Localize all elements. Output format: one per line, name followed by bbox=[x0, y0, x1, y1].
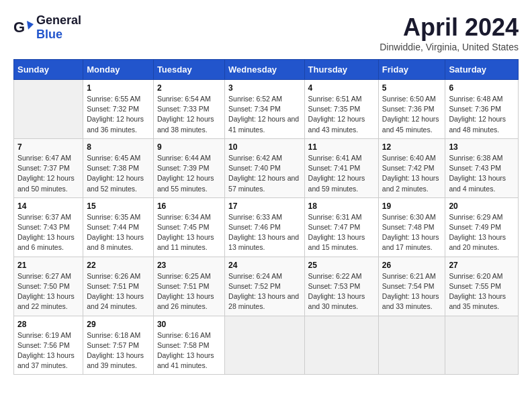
day-info: Sunrise: 6:45 AMSunset: 7:38 PMDaylight:… bbox=[87, 153, 150, 194]
day-info: Sunrise: 6:48 AMSunset: 7:36 PMDaylight:… bbox=[449, 94, 515, 135]
day-number: 12 bbox=[382, 142, 442, 152]
col-header-saturday: Saturday bbox=[445, 60, 519, 80]
svg-marker-1 bbox=[27, 21, 34, 30]
day-cell: 9 Sunrise: 6:44 AMSunset: 7:39 PMDayligh… bbox=[153, 138, 224, 197]
day-number: 1 bbox=[87, 83, 150, 93]
logo-blue: Blue bbox=[36, 28, 62, 41]
day-info: Sunrise: 6:35 AMSunset: 7:44 PMDaylight:… bbox=[87, 212, 150, 253]
day-cell: 24 Sunrise: 6:24 AMSunset: 7:52 PMDaylig… bbox=[225, 257, 304, 316]
day-info: Sunrise: 6:47 AMSunset: 7:37 PMDaylight:… bbox=[17, 153, 79, 194]
day-cell: 14 Sunrise: 6:37 AMSunset: 7:43 PMDaylig… bbox=[14, 197, 83, 257]
day-cell: 18 Sunrise: 6:31 AMSunset: 7:47 PMDaylig… bbox=[304, 197, 378, 257]
day-cell: 8 Sunrise: 6:45 AMSunset: 7:38 PMDayligh… bbox=[83, 138, 154, 197]
week-row-0: 1 Sunrise: 6:55 AMSunset: 7:32 PMDayligh… bbox=[14, 80, 519, 139]
day-number: 8 bbox=[87, 142, 150, 152]
day-cell: 2 Sunrise: 6:54 AMSunset: 7:33 PMDayligh… bbox=[153, 80, 224, 139]
day-info: Sunrise: 6:21 AMSunset: 7:54 PMDaylight:… bbox=[382, 271, 442, 312]
day-cell bbox=[304, 316, 378, 375]
day-cell bbox=[14, 80, 83, 139]
day-number: 7 bbox=[17, 142, 79, 152]
day-info: Sunrise: 6:25 AMSunset: 7:51 PMDaylight:… bbox=[157, 271, 221, 312]
day-number: 26 bbox=[382, 261, 442, 270]
day-info: Sunrise: 6:20 AMSunset: 7:55 PMDaylight:… bbox=[449, 271, 515, 312]
day-info: Sunrise: 6:50 AMSunset: 7:36 PMDaylight:… bbox=[382, 94, 442, 135]
day-info: Sunrise: 6:22 AMSunset: 7:53 PMDaylight:… bbox=[308, 271, 375, 312]
day-cell: 10 Sunrise: 6:42 AMSunset: 7:40 PMDaylig… bbox=[225, 138, 304, 197]
day-info: Sunrise: 6:16 AMSunset: 7:58 PMDaylight:… bbox=[157, 330, 221, 371]
col-header-tuesday: Tuesday bbox=[153, 60, 224, 80]
day-cell: 28 Sunrise: 6:19 AMSunset: 7:56 PMDaylig… bbox=[14, 316, 83, 375]
day-number: 4 bbox=[308, 83, 375, 93]
logo-icon: G bbox=[13, 17, 34, 38]
day-info: Sunrise: 6:29 AMSunset: 7:49 PMDaylight:… bbox=[449, 212, 515, 253]
day-info: Sunrise: 6:24 AMSunset: 7:52 PMDaylight:… bbox=[228, 271, 300, 312]
col-header-sunday: Sunday bbox=[14, 60, 83, 80]
col-header-monday: Monday bbox=[83, 60, 154, 80]
day-info: Sunrise: 6:26 AMSunset: 7:51 PMDaylight:… bbox=[87, 271, 150, 312]
day-number: 13 bbox=[449, 142, 515, 152]
week-row-3: 21 Sunrise: 6:27 AMSunset: 7:50 PMDaylig… bbox=[14, 257, 519, 316]
day-info: Sunrise: 6:51 AMSunset: 7:35 PMDaylight:… bbox=[308, 94, 375, 135]
day-cell: 29 Sunrise: 6:18 AMSunset: 7:57 PMDaylig… bbox=[83, 316, 154, 375]
logo-general: General bbox=[36, 13, 81, 27]
day-number: 17 bbox=[228, 201, 300, 211]
day-cell: 20 Sunrise: 6:29 AMSunset: 7:49 PMDaylig… bbox=[445, 197, 519, 257]
day-number: 5 bbox=[382, 83, 442, 93]
day-number: 3 bbox=[228, 83, 300, 93]
header: G General Blue April 2024 Dinwiddie, Vir… bbox=[13, 13, 519, 52]
day-cell bbox=[378, 316, 445, 375]
day-number: 10 bbox=[228, 142, 300, 152]
day-info: Sunrise: 6:37 AMSunset: 7:43 PMDaylight:… bbox=[17, 212, 79, 253]
day-number: 14 bbox=[17, 201, 79, 211]
day-cell: 11 Sunrise: 6:41 AMSunset: 7:41 PMDaylig… bbox=[304, 138, 378, 197]
day-number: 11 bbox=[308, 142, 375, 152]
header-row: SundayMondayTuesdayWednesdayThursdayFrid… bbox=[14, 60, 519, 80]
calendar-table: SundayMondayTuesdayWednesdayThursdayFrid… bbox=[13, 59, 519, 375]
day-info: Sunrise: 6:44 AMSunset: 7:39 PMDaylight:… bbox=[157, 153, 221, 194]
day-number: 25 bbox=[308, 261, 375, 270]
col-header-thursday: Thursday bbox=[304, 60, 378, 80]
day-number: 15 bbox=[87, 201, 150, 211]
day-info: Sunrise: 6:40 AMSunset: 7:42 PMDaylight:… bbox=[382, 153, 442, 194]
day-number: 6 bbox=[449, 83, 515, 93]
day-cell: 15 Sunrise: 6:35 AMSunset: 7:44 PMDaylig… bbox=[83, 197, 154, 257]
day-info: Sunrise: 6:19 AMSunset: 7:56 PMDaylight:… bbox=[17, 330, 79, 371]
day-number: 18 bbox=[308, 201, 375, 211]
col-header-wednesday: Wednesday bbox=[225, 60, 304, 80]
day-number: 2 bbox=[157, 83, 221, 93]
day-number: 16 bbox=[157, 201, 221, 211]
day-number: 24 bbox=[228, 261, 300, 270]
day-cell: 22 Sunrise: 6:26 AMSunset: 7:51 PMDaylig… bbox=[83, 257, 154, 316]
day-cell: 6 Sunrise: 6:48 AMSunset: 7:36 PMDayligh… bbox=[445, 80, 519, 139]
day-cell: 30 Sunrise: 6:16 AMSunset: 7:58 PMDaylig… bbox=[153, 316, 224, 375]
day-cell: 13 Sunrise: 6:38 AMSunset: 7:43 PMDaylig… bbox=[445, 138, 519, 197]
day-cell: 27 Sunrise: 6:20 AMSunset: 7:55 PMDaylig… bbox=[445, 257, 519, 316]
day-info: Sunrise: 6:41 AMSunset: 7:41 PMDaylight:… bbox=[308, 153, 375, 194]
day-number: 9 bbox=[157, 142, 221, 152]
day-info: Sunrise: 6:18 AMSunset: 7:57 PMDaylight:… bbox=[87, 330, 150, 371]
day-info: Sunrise: 6:42 AMSunset: 7:40 PMDaylight:… bbox=[228, 153, 300, 194]
day-info: Sunrise: 6:33 AMSunset: 7:46 PMDaylight:… bbox=[228, 212, 300, 253]
day-number: 30 bbox=[157, 320, 221, 329]
week-row-4: 28 Sunrise: 6:19 AMSunset: 7:56 PMDaylig… bbox=[14, 316, 519, 375]
col-header-friday: Friday bbox=[378, 60, 445, 80]
day-number: 28 bbox=[17, 320, 79, 329]
day-info: Sunrise: 6:30 AMSunset: 7:48 PMDaylight:… bbox=[382, 212, 442, 253]
day-info: Sunrise: 6:54 AMSunset: 7:33 PMDaylight:… bbox=[157, 94, 221, 135]
day-info: Sunrise: 6:34 AMSunset: 7:45 PMDaylight:… bbox=[157, 212, 221, 253]
day-number: 27 bbox=[449, 261, 515, 270]
day-number: 23 bbox=[157, 261, 221, 270]
day-number: 20 bbox=[449, 201, 515, 211]
day-cell: 4 Sunrise: 6:51 AMSunset: 7:35 PMDayligh… bbox=[304, 80, 378, 139]
main-title: April 2024 bbox=[380, 13, 519, 42]
week-row-1: 7 Sunrise: 6:47 AMSunset: 7:37 PMDayligh… bbox=[14, 138, 519, 197]
day-info: Sunrise: 6:52 AMSunset: 7:34 PMDaylight:… bbox=[228, 94, 300, 135]
day-cell: 1 Sunrise: 6:55 AMSunset: 7:32 PMDayligh… bbox=[83, 80, 154, 139]
day-number: 22 bbox=[87, 261, 150, 270]
svg-text:G: G bbox=[13, 19, 25, 36]
day-cell bbox=[445, 316, 519, 375]
day-cell: 5 Sunrise: 6:50 AMSunset: 7:36 PMDayligh… bbox=[378, 80, 445, 139]
day-cell: 3 Sunrise: 6:52 AMSunset: 7:34 PMDayligh… bbox=[225, 80, 304, 139]
week-row-2: 14 Sunrise: 6:37 AMSunset: 7:43 PMDaylig… bbox=[14, 197, 519, 257]
day-info: Sunrise: 6:31 AMSunset: 7:47 PMDaylight:… bbox=[308, 212, 375, 253]
